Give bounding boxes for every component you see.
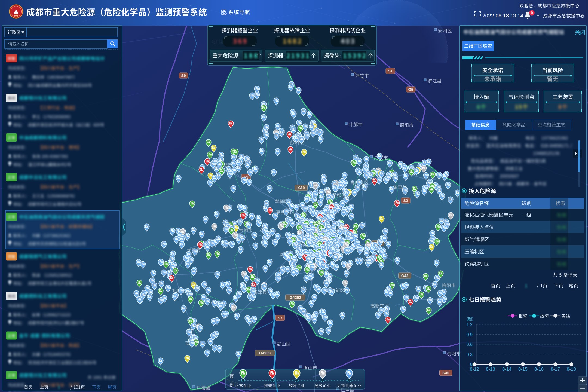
svg-text:1.2: 1.2: [467, 322, 473, 327]
svg-text:S40: S40: [443, 371, 449, 375]
svg-text:S2: S2: [403, 198, 408, 203]
svg-text:G4203: G4203: [259, 351, 271, 355]
svg-text:0.6: 0.6: [467, 342, 473, 347]
svg-text:2022-08-18 13:14: 2022-08-18 13:14: [482, 13, 523, 19]
svg-text:G42: G42: [401, 274, 409, 278]
svg-text:0: 0: [531, 11, 533, 15]
svg-text:G5: G5: [408, 87, 414, 92]
svg-text:S1: S1: [388, 69, 393, 73]
svg-text:S7: S7: [278, 316, 282, 320]
svg-text:G4202: G4202: [290, 295, 301, 300]
svg-text:0: 0: [470, 362, 473, 367]
svg-text:8-13: 8-13: [486, 367, 495, 372]
svg-text:S9: S9: [181, 74, 186, 78]
svg-text:8-12: 8-12: [470, 367, 479, 372]
svg-text:8-17: 8-17: [551, 367, 560, 372]
svg-text:0.9: 0.9: [467, 332, 473, 337]
svg-text:8-18: 8-18: [567, 367, 576, 372]
svg-text:0.3: 0.3: [467, 352, 473, 357]
svg-text:XA0: XA0: [297, 186, 305, 190]
svg-text:8-15: 8-15: [518, 367, 528, 372]
svg-text:8-14: 8-14: [502, 367, 512, 372]
svg-text:8-16: 8-16: [534, 367, 544, 372]
